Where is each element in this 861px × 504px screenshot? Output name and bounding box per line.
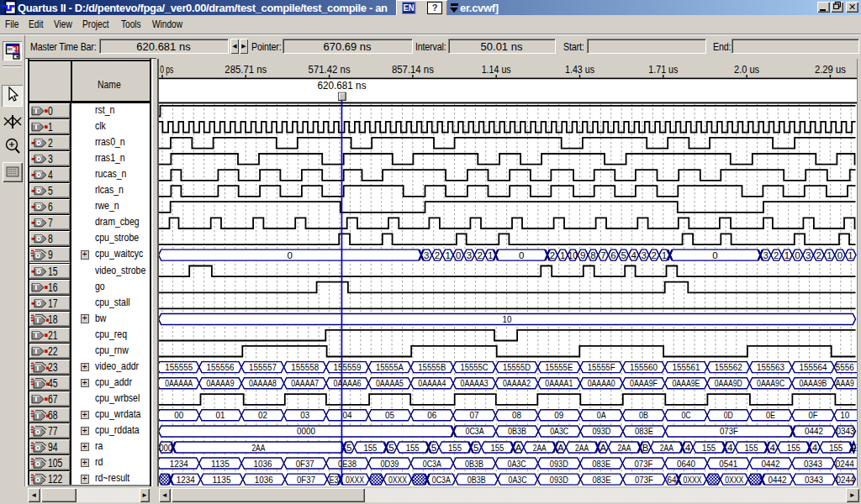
svg-text:0B3B: 0B3B	[508, 426, 526, 436]
svg-text:04: 04	[343, 410, 353, 420]
svg-text:A: A	[515, 443, 522, 453]
svg-text:B: B	[642, 443, 649, 453]
svg-text:4: 4	[812, 443, 818, 453]
svg-text:155559: 155559	[334, 362, 362, 372]
svg-text:1: 1	[827, 250, 832, 260]
svg-text:9: 9	[580, 250, 585, 260]
svg-text:0A3C: 0A3C	[550, 426, 568, 436]
svg-text:155556: 155556	[207, 362, 235, 372]
svg-text:155560: 155560	[630, 362, 658, 372]
svg-text:4: 4	[769, 443, 775, 453]
svg-text:155557: 155557	[249, 362, 277, 372]
svg-text:155: 155	[745, 443, 758, 453]
svg-text:0B: 0B	[639, 410, 648, 420]
svg-text:0B3B: 0B3B	[467, 475, 486, 485]
svg-text:1135: 1135	[211, 459, 230, 469]
svg-text:0343: 0343	[804, 459, 822, 469]
svg-text:0: 0	[456, 250, 461, 260]
svg-text:0: 0	[795, 250, 800, 260]
svg-text:1.71 us: 1.71 us	[648, 63, 678, 76]
svg-text:0C3A: 0C3A	[423, 459, 441, 469]
svg-text:0AAA9B: 0AAA9B	[799, 378, 827, 388]
svg-text:03: 03	[300, 410, 309, 420]
svg-text:285.71 ns: 285.71 ns	[224, 63, 267, 76]
svg-text:10: 10	[840, 410, 849, 420]
svg-text:1234: 1234	[177, 475, 196, 485]
svg-text:0AAAA0: 0AAAA0	[588, 378, 615, 388]
svg-text:0B3B: 0B3B	[465, 459, 483, 469]
svg-text:0D: 0D	[724, 410, 733, 420]
svg-text:0AAAA4: 0AAAA4	[418, 378, 446, 388]
svg-text:2.29 us: 2.29 us	[815, 63, 846, 76]
svg-text:0 ps: 0 ps	[160, 63, 173, 76]
svg-text:0C3A: 0C3A	[466, 426, 484, 436]
svg-text:0AAA9E: 0AAA9E	[672, 378, 700, 388]
svg-text:2: 2	[774, 250, 779, 260]
svg-text:09: 09	[554, 410, 563, 420]
svg-text:1: 1	[662, 250, 667, 260]
svg-text:2: 2	[477, 250, 482, 260]
svg-text:0C: 0C	[681, 410, 690, 420]
svg-text:0XXX: 0XXX	[725, 475, 743, 485]
svg-text:0: 0	[519, 250, 524, 260]
svg-text:0541: 0541	[719, 459, 737, 469]
svg-text:15555B: 15555B	[418, 362, 446, 372]
svg-text:0640: 0640	[677, 459, 695, 469]
svg-text:0AAA9C: 0AAA9C	[757, 378, 784, 388]
svg-text:5: 5	[621, 250, 626, 260]
svg-text:1: 1	[848, 250, 853, 260]
svg-text:1234: 1234	[170, 459, 189, 469]
svg-text:5: 5	[431, 443, 436, 453]
svg-text:0AAA9F: 0AAA9F	[630, 378, 658, 388]
svg-text:155563: 155563	[757, 362, 784, 372]
svg-text:3: 3	[467, 250, 472, 260]
svg-text:3: 3	[424, 250, 429, 260]
svg-text:155: 155	[829, 443, 843, 453]
svg-text:0AAAAA: 0AAAAA	[165, 378, 193, 388]
svg-text:15555E: 15555E	[545, 362, 573, 372]
svg-text:0E: 0E	[766, 410, 775, 420]
svg-text:1.43 us: 1.43 us	[565, 63, 594, 76]
svg-text:3: 3	[642, 250, 647, 260]
svg-text:5: 5	[388, 443, 394, 453]
svg-text:10: 10	[568, 250, 578, 260]
svg-text:0343: 0343	[837, 426, 855, 436]
svg-text:15555C: 15555C	[461, 362, 489, 372]
svg-text:0: 0	[288, 250, 293, 260]
svg-text:05: 05	[385, 410, 394, 420]
svg-text:0AAAA2: 0AAAA2	[503, 378, 531, 388]
svg-text:0AAAA7: 0AAAA7	[291, 378, 319, 388]
svg-text:3: 3	[806, 250, 811, 260]
svg-text:4: 4	[727, 443, 733, 453]
svg-text:0D39: 0D39	[380, 459, 399, 469]
svg-text:3: 3	[763, 250, 768, 260]
svg-text:155: 155	[406, 443, 420, 453]
svg-text:0E38: 0E38	[338, 459, 357, 469]
svg-text:02: 02	[258, 410, 267, 420]
svg-text:155: 155	[363, 443, 377, 453]
svg-text:AAA9: AAA9	[836, 378, 854, 388]
svg-text:083E: 083E	[635, 426, 653, 436]
svg-text:2AA: 2AA	[575, 443, 589, 453]
svg-text:5: 5	[473, 443, 478, 453]
svg-text:155562: 155562	[715, 362, 742, 372]
svg-text:2: 2	[435, 250, 440, 260]
svg-text:15555A: 15555A	[376, 362, 404, 372]
svg-text:093D: 093D	[550, 475, 568, 485]
svg-text:155: 155	[702, 443, 716, 453]
svg-text:155: 155	[448, 443, 462, 453]
svg-text:0AAAA5: 0AAAA5	[376, 378, 404, 388]
svg-text:0: 0	[712, 250, 717, 260]
svg-text:620.681 ns: 620.681 ns	[318, 79, 367, 92]
svg-text:155555: 155555	[165, 362, 193, 372]
svg-text:1.14 us: 1.14 us	[482, 63, 511, 76]
svg-text:5556: 5556	[836, 362, 854, 372]
svg-text:0343: 0343	[805, 475, 823, 485]
svg-text:1: 1	[445, 250, 450, 260]
svg-text:6: 6	[610, 250, 615, 260]
svg-text:0244: 0244	[837, 475, 856, 485]
svg-text:073F: 073F	[635, 459, 653, 469]
svg-text:0XXX: 0XXX	[388, 475, 407, 485]
svg-text:15555F: 15555F	[588, 362, 615, 372]
svg-text:155564: 155564	[799, 362, 827, 372]
